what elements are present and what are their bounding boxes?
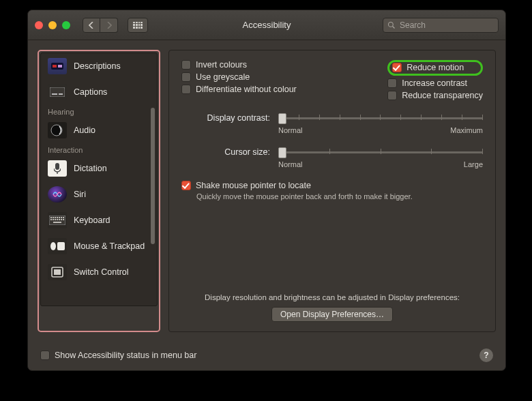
svg-rect-6: [52, 93, 57, 95]
sidebar-item-label: Dictation: [74, 164, 107, 173]
sidebar-item-switch-control[interactable]: Switch Control: [41, 259, 157, 285]
open-display-preferences-button[interactable]: Open Display Preferences…: [271, 307, 393, 322]
display-preferences-note: Display resolution and brightness can be…: [181, 293, 483, 301]
sidebar[interactable]: Descriptions Captions Hearing Audio Inte…: [40, 53, 158, 306]
sidebar-item-label: Siri: [74, 190, 86, 199]
shake-pointer-hint: Quickly move the mouse pointer back and …: [196, 192, 483, 200]
svg-rect-15: [57, 217, 58, 218]
captions-icon: [48, 84, 67, 100]
checkbox-label: Use greyscale: [196, 72, 250, 82]
checkbox-shake-pointer[interactable]: Shake mouse pointer to locate: [181, 181, 483, 190]
audio-icon: [48, 122, 67, 138]
checkbox-label: Invert colours: [196, 60, 247, 70]
svg-rect-5: [50, 87, 65, 97]
sidebar-item-captions[interactable]: Captions: [41, 79, 157, 105]
sidebar-item-audio[interactable]: Audio: [41, 117, 157, 143]
slider-min-label: Normal: [278, 126, 302, 134]
checkbox-increase-contrast[interactable]: Increase contrast: [387, 78, 483, 88]
mouse-trackpad-icon: [48, 238, 67, 254]
descriptions-icon: [48, 58, 67, 74]
checkbox-show-status-menubar[interactable]: Show Accessibility status in menu bar: [40, 351, 196, 360]
checkbox-label: Shake mouse pointer to locate: [196, 181, 311, 190]
sidebar-item-label: Mouse & Trackpad: [74, 241, 145, 251]
svg-rect-28: [57, 242, 65, 250]
svg-rect-14: [55, 217, 56, 218]
svg-point-27: [50, 242, 56, 250]
settings-pane: Invert colours Use greyscale Differentia…: [168, 50, 496, 332]
switch-control-icon: [48, 264, 67, 280]
slider-knob[interactable]: [278, 147, 286, 158]
svg-rect-20: [53, 219, 54, 220]
svg-rect-13: [53, 217, 54, 218]
slider-max-label: Maximum: [450, 126, 483, 134]
show-all-button[interactable]: [128, 18, 148, 33]
checkbox-use-greyscale[interactable]: Use greyscale: [181, 72, 297, 82]
sidebar-item-label: Captions: [74, 87, 107, 97]
checkbox-label: Reduce motion: [407, 63, 464, 72]
checkbox-differentiate-without-colour[interactable]: Differentiate without colour: [181, 85, 297, 94]
svg-rect-7: [59, 93, 63, 95]
accessibility-window: Accessibility Search Descriptions Captio…: [27, 10, 506, 371]
titlebar: Accessibility Search: [28, 10, 505, 40]
svg-rect-12: [50, 217, 52, 218]
window-controls: [35, 21, 70, 29]
checkbox-reduce-transparency[interactable]: Reduce transparency: [387, 91, 483, 100]
svg-rect-17: [61, 217, 62, 218]
sidebar-scrollbar[interactable]: [151, 108, 155, 244]
checkbox-label: Reduce transparency: [402, 91, 483, 100]
svg-rect-26: [53, 222, 61, 223]
sidebar-section-interaction: Interaction: [41, 143, 157, 155]
cursor-size-slider[interactable]: [278, 147, 483, 158]
svg-point-8: [51, 125, 62, 136]
sidebar-item-siri[interactable]: Siri: [41, 181, 157, 207]
svg-rect-9: [55, 163, 59, 170]
chevron-left-icon: [89, 22, 94, 29]
svg-rect-25: [63, 219, 64, 220]
svg-line-1: [393, 26, 395, 28]
checkbox-label: Show Accessibility status in menu bar: [55, 351, 196, 360]
checkbox-reduce-motion[interactable]: Reduce motion: [392, 63, 475, 72]
svg-rect-19: [50, 219, 52, 220]
search-placeholder: Search: [400, 20, 426, 30]
svg-rect-3: [53, 65, 57, 68]
svg-rect-21: [55, 219, 56, 220]
search-field[interactable]: Search: [383, 18, 499, 33]
sidebar-item-label: Switch Control: [74, 267, 129, 277]
reduce-motion-highlight: Reduce motion: [387, 60, 483, 76]
sidebar-highlight: Descriptions Captions Hearing Audio Inte…: [38, 50, 160, 332]
zoom-button[interactable]: [62, 21, 70, 29]
slider-min-label: Normal: [278, 160, 302, 168]
siri-icon: [48, 186, 67, 203]
sidebar-item-mouse-trackpad[interactable]: Mouse & Trackpad: [41, 233, 157, 259]
chevron-right-icon: [106, 22, 112, 29]
keyboard-icon: [48, 212, 67, 228]
forward-button[interactable]: [100, 18, 118, 33]
sidebar-item-descriptions[interactable]: Descriptions: [41, 53, 157, 79]
slider-knob[interactable]: [278, 113, 286, 124]
checkbox-label: Differentiate without colour: [196, 85, 297, 94]
nav-buttons: [83, 18, 118, 33]
display-contrast-slider[interactable]: [278, 113, 483, 123]
back-button[interactable]: [83, 18, 100, 33]
svg-rect-18: [63, 217, 64, 218]
sidebar-item-label: Audio: [74, 125, 95, 135]
help-button[interactable]: ?: [479, 348, 493, 362]
sidebar-section-hearing: Hearing: [41, 105, 157, 117]
svg-rect-23: [59, 219, 60, 220]
checkbox-label: Increase contrast: [402, 78, 467, 88]
close-button[interactable]: [35, 21, 43, 29]
footer: Show Accessibility status in menu bar ?: [28, 340, 505, 370]
content: Descriptions Captions Hearing Audio Inte…: [28, 40, 505, 340]
display-contrast-label: Display contrast:: [181, 113, 270, 123]
dictation-icon: [48, 160, 67, 177]
svg-rect-30: [54, 269, 61, 275]
svg-rect-24: [61, 219, 62, 220]
sidebar-item-label: Descriptions: [74, 61, 121, 71]
svg-rect-16: [59, 217, 60, 218]
grid-icon: [133, 22, 143, 29]
minimize-button[interactable]: [48, 21, 57, 29]
sidebar-item-dictation[interactable]: Dictation: [41, 155, 157, 181]
slider-max-label: Large: [464, 160, 483, 168]
checkbox-invert-colours[interactable]: Invert colours: [181, 60, 297, 70]
sidebar-item-keyboard[interactable]: Keyboard: [41, 207, 157, 233]
